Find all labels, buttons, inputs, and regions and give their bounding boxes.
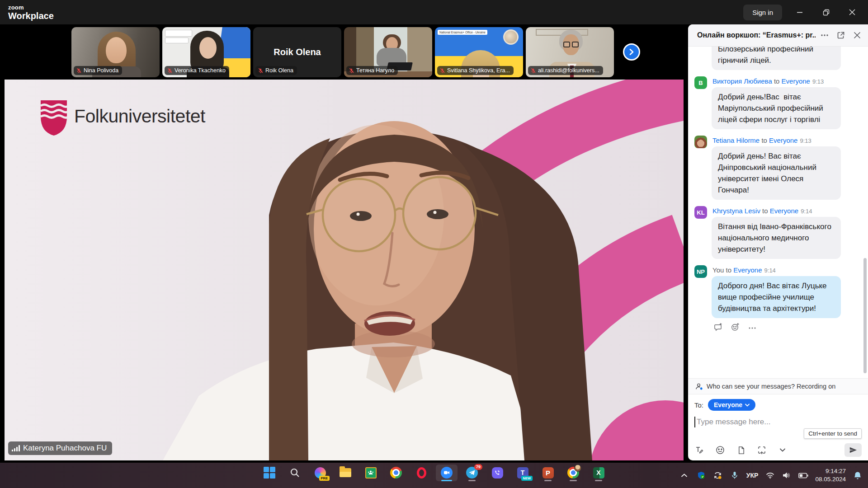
audio-level-icon (12, 445, 20, 451)
add-reaction-icon[interactable] (731, 322, 740, 331)
wifi-icon[interactable] (765, 470, 775, 480)
mic-muted-icon (439, 68, 445, 74)
opera-button[interactable] (410, 465, 432, 481)
chat-message: Tetiana Hilorme to Everyone9:13 Добрий д… (694, 136, 863, 200)
tray-overflow-chevron[interactable] (679, 470, 689, 480)
file-explorer-button[interactable] (335, 465, 356, 481)
message-actions (713, 322, 841, 331)
chat-more-options-button[interactable] (820, 31, 829, 40)
zoom-app-icon (441, 467, 453, 479)
folkuniversitetet-logo: Folkuniversitetet (39, 99, 205, 137)
message-privacy-notice[interactable]: Who can see your messages? Recording on (688, 378, 868, 394)
chrome-profile-button[interactable] (562, 465, 584, 481)
mic-muted-icon (258, 68, 264, 74)
participant-name-label: ali.rashidi@folkunivers... (528, 66, 603, 75)
battery-icon[interactable] (798, 470, 808, 480)
chat-message: KL Khrystyna Lesiv to Everyone9:14 Вітан… (694, 206, 863, 259)
send-button[interactable] (844, 443, 862, 457)
chat-scrollbar[interactable] (863, 258, 867, 373)
windows-taskbar: PRE 79 (0, 463, 868, 488)
mic-muted-icon (76, 68, 82, 74)
powerpoint-button[interactable]: P (537, 465, 559, 481)
windows-security-icon[interactable] (696, 470, 706, 480)
screenshot-icon[interactable] (757, 445, 767, 455)
send-shortcut-tooltip: Ctrl+enter to send (804, 428, 862, 439)
participant-tile-veronika[interactable]: Veronika Tkachenko (162, 27, 250, 77)
speaker-name-tag: Kateryna Puhachova FU (8, 441, 112, 455)
classroom-icon (365, 467, 377, 479)
banner-text-chip: National Erasmus+ Office - Ukraine (438, 30, 487, 35)
brand-workplace: Workplace (8, 11, 54, 20)
chat-popout-icon[interactable] (836, 31, 845, 40)
powerpoint-icon: P (542, 467, 554, 479)
next-participants-button[interactable] (623, 43, 640, 61)
teams-button[interactable]: T NEW (512, 465, 533, 481)
restore-button[interactable] (822, 8, 830, 16)
participant-tile-svitlana[interactable]: National Erasmus+ Office - Ukraine Svitl… (435, 27, 523, 77)
viber-button[interactable] (486, 465, 508, 481)
language-indicator[interactable]: УКР (746, 472, 759, 479)
google-classroom-button[interactable] (360, 465, 382, 481)
message-header: Виктория Любиева to Everyone9:13 (712, 77, 841, 85)
chat-panel: Онлайн воркшоп: “Erasmus+: pr... Білозер… (688, 24, 868, 460)
update-pending-icon[interactable] (713, 470, 723, 480)
glasses (563, 42, 579, 47)
participant-name-label: Svitlana Shytikova, Era... (437, 66, 514, 75)
taskbar-search-button[interactable] (284, 465, 306, 481)
chat-title: Онлайн воркшоп: “Erasmus+: pr... (697, 31, 816, 39)
system-tray: УКР 9:14:27 08.05.2024 (679, 467, 868, 483)
chat-message: В Виктория Любиева to Everyone9:13 Добри… (694, 76, 863, 129)
text-caret (694, 417, 695, 427)
clock-date: 08.05.2024 (815, 476, 846, 483)
folkuniversitetet-shield-icon (39, 99, 69, 137)
participant-name-label: Тетяна Нагуло (346, 66, 398, 75)
more-actions-icon[interactable] (748, 322, 757, 331)
participant-name-label: Nina Polivoda (74, 66, 122, 75)
zoom-workplace-logo: zoom Workplace (8, 5, 54, 20)
excel-button[interactable]: X (588, 465, 609, 481)
microphone-tray-icon[interactable] (730, 470, 740, 480)
to-label: To: (694, 401, 703, 409)
chrome-button[interactable] (385, 465, 407, 481)
notifications-bell-icon[interactable] (853, 470, 863, 480)
more-compose-options-icon[interactable] (778, 445, 788, 455)
chrome-icon (390, 467, 402, 479)
opera-icon (417, 467, 426, 479)
active-speaker-video[interactable]: Folkuniversitetet Kateryna Puhachova FU (5, 80, 684, 460)
mic-muted-icon (349, 68, 354, 74)
chat-close-button[interactable] (853, 31, 862, 40)
file-attach-icon[interactable] (736, 445, 746, 455)
mic-muted-icon (530, 68, 536, 74)
avatar: NP (694, 265, 707, 278)
participant-tile-nina[interactable]: Nina Polivoda (71, 27, 160, 77)
participant-tile-roik[interactable]: Roik Olena Roik Olena (253, 27, 341, 77)
zoom-workplace-window: { "window": { "brand_small": "zoom", "br… (0, 0, 868, 488)
brand-zoom: zoom (8, 5, 54, 10)
format-text-icon[interactable] (694, 445, 704, 455)
participant-tile-tetiana[interactable]: Тетяна Нагуло (344, 27, 432, 77)
sign-in-button[interactable]: Sign in (743, 5, 782, 20)
taskbar-clock[interactable]: 9:14:27 08.05.2024 (815, 467, 846, 483)
zoom-app-button[interactable] (436, 465, 458, 481)
recipient-selector[interactable]: Everyone (708, 399, 755, 411)
emoji-icon[interactable] (715, 445, 725, 455)
telegram-button[interactable]: 79 (461, 465, 483, 481)
minimize-button[interactable] (796, 8, 804, 16)
close-window-button[interactable] (848, 8, 856, 16)
chat-message-list[interactable]: Білозерський професійний гірничий ліцей.… (688, 47, 868, 378)
copilot-button[interactable]: PRE (309, 465, 331, 481)
chevron-down-icon (745, 404, 750, 407)
message-input[interactable] (696, 417, 862, 427)
windows-start-icon (264, 467, 275, 479)
volume-icon[interactable] (782, 470, 792, 480)
participant-name-label: Roik Olena (255, 66, 297, 75)
avatar: В (694, 76, 707, 89)
reply-icon[interactable] (713, 322, 722, 331)
start-button[interactable] (259, 465, 280, 481)
message-bubble: Доброго дня! Вас вітає Луцьке вище профе… (712, 276, 841, 318)
banner-photo-circle (503, 29, 519, 45)
mic-muted-icon (167, 68, 173, 74)
participant-tile-ali[interactable]: ali.rashidi@folkunivers... (526, 27, 614, 77)
message-header: Tetiana Hilorme to Everyone9:13 (712, 136, 841, 144)
avatar: KL (694, 206, 707, 219)
